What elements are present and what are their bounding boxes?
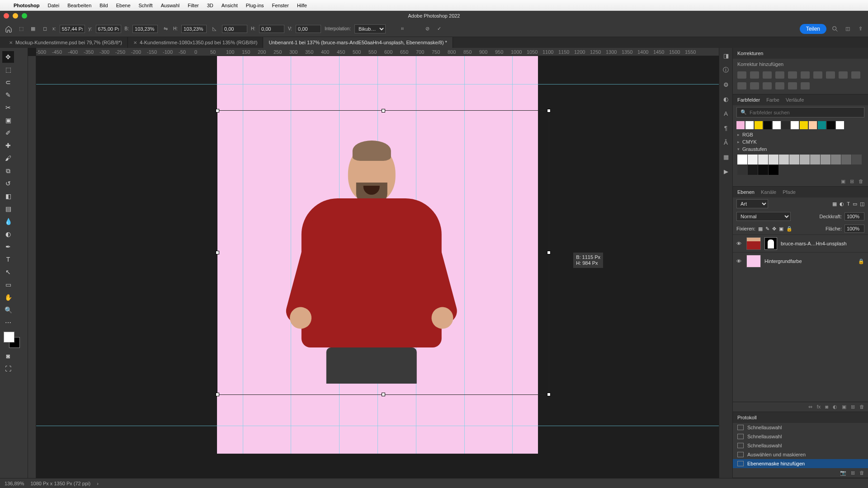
- panel-adjust-icon[interactable]: ◐: [722, 95, 730, 103]
- filter-pixel-icon[interactable]: ▦: [832, 201, 837, 207]
- history-brush-icon[interactable]: ↺: [2, 178, 14, 189]
- swatch[interactable]: [782, 121, 790, 129]
- lock-transparent-icon[interactable]: ▦: [758, 226, 763, 232]
- gray-swatch[interactable]: [831, 155, 841, 164]
- swatch[interactable]: [809, 121, 817, 129]
- layer-row-1[interactable]: 👁 Hintergrundfarbe 🔒: [733, 252, 868, 270]
- swatch-group-rgb[interactable]: RGB: [733, 131, 868, 138]
- eraser-tool-icon[interactable]: ◧: [2, 190, 14, 202]
- delete-layer-icon[interactable]: 🗑: [859, 404, 864, 410]
- panel-histogram-icon[interactable]: ◨: [722, 52, 730, 60]
- swatch[interactable]: [773, 121, 781, 129]
- height-field[interactable]: [181, 25, 207, 33]
- ruler-horizontal[interactable]: -500-450-400-350-300-250-200-150-100-500…: [36, 48, 719, 56]
- swatch[interactable]: [736, 121, 745, 129]
- tab-verlaeufe[interactable]: Verläufe: [786, 97, 804, 103]
- lasso-tool-icon[interactable]: ⊂: [2, 76, 14, 88]
- layer-name[interactable]: Hintergrundfarbe: [764, 258, 854, 264]
- dodge-tool-icon[interactable]: ◐: [2, 228, 14, 240]
- tab-kanaele[interactable]: Kanäle: [761, 189, 776, 195]
- adj-selective-color-icon[interactable]: [801, 82, 810, 89]
- link-aspect-icon[interactable]: ⇋: [161, 25, 170, 33]
- ruler-vertical[interactable]: [28, 56, 36, 478]
- swatch[interactable]: [745, 121, 754, 129]
- panel-glyphs-icon[interactable]: Ǎ: [722, 138, 730, 146]
- menu-bearbeiten[interactable]: Bearbeiten: [67, 3, 91, 8]
- zoom-level[interactable]: 136,89%: [5, 481, 24, 486]
- blend-mode-select[interactable]: Normal: [736, 212, 791, 221]
- history-item[interactable]: Schnellauswahl: [733, 441, 868, 450]
- doc-info[interactable]: 1080 Px x 1350 Px (72 ppi): [30, 481, 90, 486]
- panel-paragraph-icon[interactable]: ¶: [722, 124, 730, 132]
- adj-threshold-icon[interactable]: [775, 82, 784, 89]
- new-group-icon[interactable]: ▣: [842, 404, 846, 410]
- menu-3d[interactable]: 3D: [207, 3, 213, 8]
- stamp-tool-icon[interactable]: ⧉: [2, 165, 14, 177]
- search-icon[interactable]: [831, 25, 839, 33]
- gray-swatch[interactable]: [748, 155, 758, 164]
- tab-unbenannt[interactable]: Unbenannt-1 bei 137% (bruce-mars-AndE50a…: [263, 37, 453, 48]
- home-icon[interactable]: [4, 24, 14, 34]
- close-tab-icon[interactable]: ✕: [133, 40, 137, 45]
- panel-properties-icon[interactable]: ⚙: [722, 80, 730, 89]
- filter-smart-icon[interactable]: ◫: [860, 201, 864, 207]
- fill-field[interactable]: [844, 225, 864, 233]
- tab-protokoll[interactable]: Protokoll: [737, 415, 757, 420]
- lock-all-icon[interactable]: 🔒: [786, 226, 793, 232]
- close-window-icon[interactable]: [4, 13, 9, 19]
- adj-posterize-icon[interactable]: [763, 82, 772, 89]
- tab-pfade[interactable]: Pfade: [783, 189, 796, 195]
- history-item[interactable]: Schnellauswahl: [733, 432, 868, 441]
- delete-state-icon[interactable]: 🗑: [859, 470, 864, 476]
- gray-swatch[interactable]: [758, 165, 768, 175]
- interpolation-select[interactable]: Bikub…: [354, 24, 386, 33]
- panel-info-icon[interactable]: ⓘ: [722, 66, 730, 74]
- pen-tool-icon[interactable]: ✒: [2, 241, 14, 253]
- lock-artboard-icon[interactable]: ▣: [779, 226, 783, 232]
- adj-lut-icon[interactable]: [737, 82, 746, 89]
- visibility-icon[interactable]: 👁: [736, 241, 743, 246]
- commit-transform-icon[interactable]: ✓: [435, 25, 443, 33]
- menu-hilfe[interactable]: Hilfe: [297, 3, 307, 8]
- artboard-tool-icon[interactable]: ⬚: [2, 64, 14, 75]
- share-export-icon[interactable]: ⇪: [856, 25, 864, 33]
- blur-tool-icon[interactable]: 💧: [2, 216, 14, 227]
- color-chips[interactable]: [2, 332, 24, 350]
- lock-pixels-icon[interactable]: ✎: [765, 226, 769, 232]
- tab-korrekturen[interactable]: Korrekturen: [737, 51, 763, 56]
- history-item-current[interactable]: Ebenenmaske hinzufügen: [733, 459, 868, 468]
- layer-thumb[interactable]: [746, 237, 761, 250]
- transform-tool-icon[interactable]: ⬚: [17, 25, 25, 33]
- panel-character-icon[interactable]: A: [722, 109, 730, 117]
- gray-swatch[interactable]: [789, 155, 799, 164]
- hand-tool-icon[interactable]: ✋: [2, 291, 14, 303]
- adj-colorbalance-icon[interactable]: [813, 71, 822, 79]
- adj-brightness-icon[interactable]: [737, 71, 746, 79]
- toggle-refpoint-icon[interactable]: ◻: [41, 25, 49, 33]
- adj-hue-icon[interactable]: [801, 71, 810, 79]
- move-tool-icon[interactable]: ✥: [2, 51, 14, 63]
- shape-tool-icon[interactable]: ▭: [2, 279, 14, 291]
- width-field[interactable]: [132, 25, 158, 33]
- layer-thumb[interactable]: [746, 255, 761, 267]
- gray-swatch[interactable]: [821, 155, 830, 164]
- swatch[interactable]: [764, 121, 772, 129]
- snapshot-icon[interactable]: 📷: [840, 470, 846, 476]
- reference-point-icon[interactable]: ▦: [29, 25, 37, 33]
- menu-schrift[interactable]: Schrift: [139, 3, 153, 8]
- swatch-delete-icon[interactable]: 🗑: [859, 178, 863, 184]
- doc-info-chevron-icon[interactable]: ›: [97, 481, 99, 486]
- link-layers-icon[interactable]: ⇔: [808, 404, 812, 410]
- artboard[interactable]: B: 1115 PxH: 984 Px: [217, 56, 538, 454]
- lock-position-icon[interactable]: ✥: [772, 226, 776, 232]
- adj-invert-icon[interactable]: [750, 82, 759, 89]
- add-mask-icon[interactable]: ◙: [825, 404, 828, 410]
- x-field[interactable]: [60, 25, 85, 33]
- zoom-window-icon[interactable]: [22, 13, 27, 19]
- teilen-button[interactable]: Teilen: [800, 24, 826, 34]
- adj-bw-icon[interactable]: [826, 71, 835, 79]
- gray-swatch[interactable]: [852, 155, 862, 164]
- menu-ebene[interactable]: Ebene: [116, 3, 131, 8]
- gray-swatch[interactable]: [748, 165, 758, 175]
- close-tab-icon[interactable]: ✕: [9, 40, 13, 45]
